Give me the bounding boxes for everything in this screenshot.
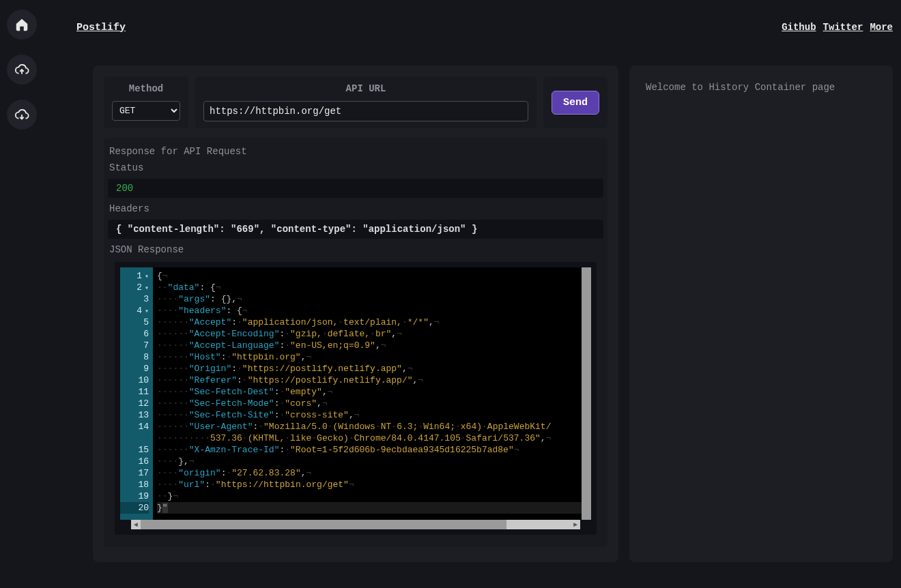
request-row: Method GET API URL Send <box>104 76 607 128</box>
horizontal-scrollbar[interactable]: ◄ ► <box>131 520 580 529</box>
nav-more[interactable]: More <box>870 22 893 33</box>
method-label: Method <box>129 83 163 94</box>
method-select[interactable]: GET <box>112 101 180 121</box>
status-value: 200 <box>116 183 133 194</box>
status-label: Status <box>104 160 607 176</box>
headers-box: { "content-length": "669", "content-type… <box>108 220 603 239</box>
nav-links: Github Twitter More <box>782 22 893 33</box>
json-editor[interactable]: 1234567891011121314151617181920 {¬··"dat… <box>120 267 591 520</box>
url-chip: API URL <box>195 76 537 128</box>
workspace: Method GET API URL Send Response for API… <box>93 65 893 562</box>
url-input[interactable] <box>203 101 528 121</box>
status-box: 200 <box>108 179 603 198</box>
nav-twitter[interactable]: Twitter <box>823 22 863 33</box>
editor-gutter: 1234567891011121314151617181920 <box>120 267 153 520</box>
headers-value: { "content-length": "669", "content-type… <box>116 224 477 235</box>
json-label: JSON Response <box>104 241 607 258</box>
url-label: API URL <box>346 83 386 94</box>
send-button[interactable]: Send <box>552 91 599 115</box>
scroll-left-arrow[interactable]: ◄ <box>131 520 141 529</box>
history-card: Welcome to History Container page <box>629 65 893 562</box>
vertical-scrollbar[interactable] <box>582 267 591 520</box>
nav-home[interactable] <box>7 10 37 40</box>
response-panel: Response for API Request Status 200 Head… <box>104 138 607 547</box>
method-chip: Method GET <box>104 76 188 128</box>
nav-upload[interactable] <box>7 55 37 85</box>
send-wrap: Send <box>543 76 607 128</box>
brand-link[interactable]: Postlify <box>76 22 126 33</box>
nav-github[interactable]: Github <box>782 22 816 33</box>
nav-download[interactable] <box>7 100 37 130</box>
headers-label: Headers <box>104 201 607 217</box>
response-title: Response for API Request <box>104 143 607 160</box>
request-response-card: Method GET API URL Send Response for API… <box>93 65 618 562</box>
history-welcome: Welcome to History Container page <box>646 82 876 93</box>
scroll-right-arrow[interactable]: ► <box>571 520 580 529</box>
home-icon <box>14 17 29 32</box>
topbar: Postlify Github Twitter More <box>44 0 901 55</box>
editor-code[interactable]: {¬··"data": {¬····"args": {},¬····"heade… <box>153 267 591 520</box>
sidebar <box>0 0 44 454</box>
cloud-up-icon <box>14 62 29 77</box>
editor-wrap: 1234567891011121314151617181920 {¬··"dat… <box>115 262 597 535</box>
cloud-down-icon <box>14 107 29 122</box>
